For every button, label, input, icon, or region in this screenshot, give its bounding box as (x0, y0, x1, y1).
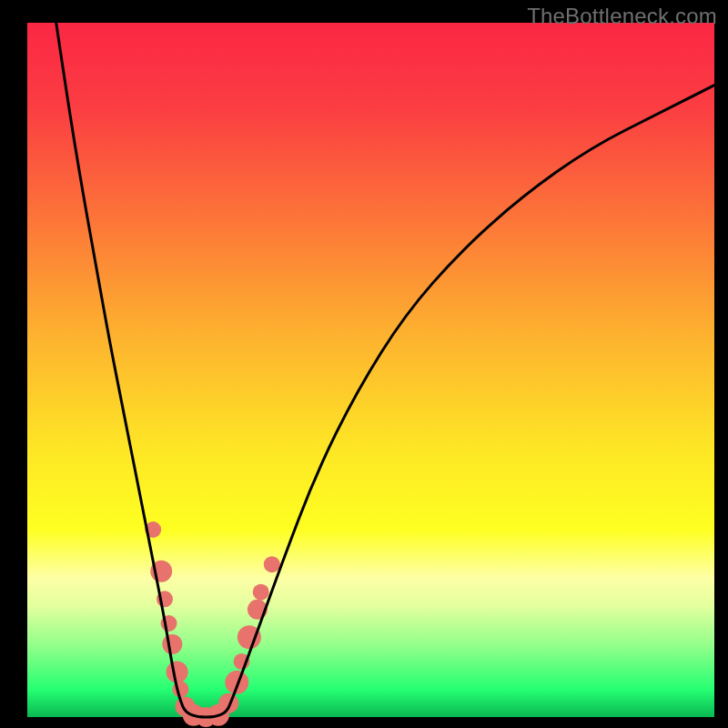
sample-marker (162, 634, 182, 654)
chart-svg (0, 0, 728, 728)
sample-marker (167, 661, 188, 682)
sample-marker (253, 584, 269, 601)
chart-frame: TheBottleneck.com (0, 0, 728, 728)
watermark-text: TheBottleneck.com (527, 4, 717, 29)
sample-marker (218, 693, 238, 713)
sample-marker (225, 671, 248, 694)
bottleneck-curve (56, 23, 714, 717)
sample-marker (264, 556, 280, 572)
